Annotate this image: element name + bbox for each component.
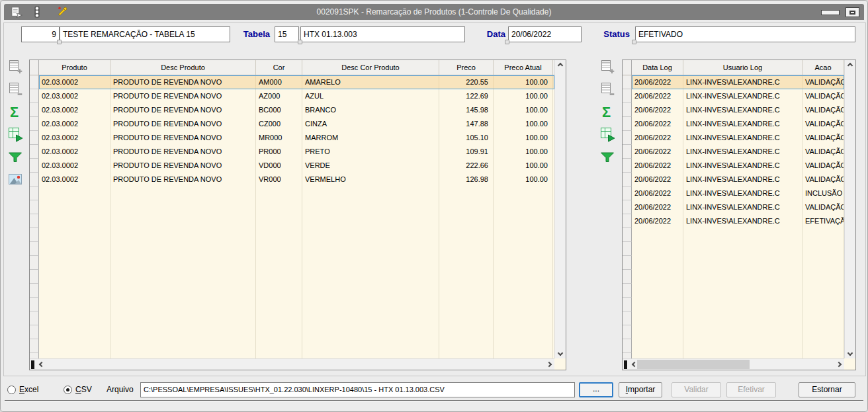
cell (494, 200, 553, 214)
column-header[interactable]: Data Log (632, 60, 683, 75)
scroll-down-button[interactable] (555, 348, 566, 358)
scroll-right-button[interactable] (544, 359, 554, 370)
cell (803, 311, 844, 325)
vertical-scrollbar[interactable] (844, 60, 855, 358)
cell (256, 311, 302, 325)
table-row[interactable]: 20/06/2022LINX-INVES\ALEXANDRE.CVALIDAÇÃ… (623, 200, 844, 214)
cell (803, 353, 844, 358)
cell (803, 228, 844, 242)
minimize-button[interactable] (821, 10, 840, 15)
delete-record-icon[interactable] (7, 81, 24, 98)
table-row[interactable]: 02.03.0002PRODUTO DE REVENDA NOVOVR000VE… (30, 173, 554, 186)
cell: PRODUTO DE REVENDA NOVO (110, 89, 256, 103)
column-header[interactable]: Desc Produto (110, 60, 256, 75)
table-row[interactable]: 20/06/2022LINX-INVES\ALEXANDRE.CVALIDAÇÃ… (623, 131, 844, 145)
sum-icon[interactable]: Σ (7, 103, 24, 120)
cell (803, 242, 844, 256)
excel-radio[interactable]: Excel (7, 385, 38, 394)
column-header[interactable]: Preco Atual (494, 60, 553, 75)
empty-row (30, 270, 554, 284)
cell: 100.00 (494, 117, 553, 131)
image-icon[interactable] (7, 171, 24, 188)
form-icon[interactable] (9, 5, 24, 19)
table-row[interactable]: 20/06/2022LINX-INVES\ALEXANDRE.CVALIDAÇÃ… (623, 103, 844, 117)
tabela-description-field[interactable]: HTX 01.13.003 (300, 26, 465, 42)
cell (256, 228, 302, 242)
table-row[interactable]: 20/06/2022LINX-INVES\ALEXANDRE.CVALIDAÇÃ… (623, 159, 844, 173)
table-row[interactable]: 20/06/2022LINX-INVES\ALEXANDRE.CVALIDAÇÃ… (623, 89, 844, 103)
filter-icon[interactable] (599, 148, 616, 165)
table-row[interactable]: 20/06/2022LINX-INVES\ALEXANDRE.CVALIDAÇÃ… (623, 117, 844, 131)
horizontal-scrollbar[interactable] (30, 358, 554, 370)
table-row[interactable]: 20/06/2022LINX-INVES\ALEXANDRE.CVALIDAÇÃ… (623, 75, 844, 89)
insert-record-icon[interactable] (7, 58, 24, 75)
table-row[interactable]: 20/06/2022LINX-INVES\ALEXANDRE.CVALIDAÇÃ… (623, 173, 844, 186)
cell (683, 339, 803, 353)
traffic-light-icon[interactable] (30, 5, 44, 19)
horizontal-scrollbar[interactable] (623, 358, 844, 370)
data-field[interactable]: 20/06/2022 (508, 26, 582, 42)
csv-radio-circle[interactable] (64, 386, 72, 394)
wrench-icon[interactable] (55, 5, 69, 19)
column-header[interactable]: Preco (439, 60, 494, 75)
scroll-down-button[interactable] (845, 348, 855, 358)
scroll-up-button[interactable] (845, 60, 855, 71)
vertical-scrollbar[interactable] (554, 60, 566, 358)
table-row[interactable]: 02.03.0002PRODUTO DE REVENDA NOVOAM000AM… (30, 75, 554, 89)
column-header[interactable]: Acao (803, 60, 844, 75)
cell (39, 200, 110, 214)
row-indicator (623, 311, 632, 325)
cell (302, 284, 439, 298)
arquivo-path-input[interactable]: C:\PESSOAL\EMPRESA\ISSUES\HTX_01.22.030\… (140, 382, 575, 397)
cell (256, 325, 302, 339)
delete-record-icon[interactable] (599, 81, 616, 98)
restore-button[interactable] (846, 7, 859, 17)
table-row[interactable]: 02.03.0002PRODUTO DE REVENDA NOVOMR000MA… (30, 131, 554, 145)
cell: 147.88 (439, 117, 494, 131)
record-description-field[interactable]: TESTE REMARCAÇÃO - TABELA 15 (60, 26, 230, 42)
record-code-field[interactable]: 9 (21, 26, 60, 42)
cell (110, 284, 256, 298)
export-grid-icon[interactable] (599, 126, 616, 143)
row-indicator (30, 173, 39, 186)
table-row[interactable]: 02.03.0002PRODUTO DE REVENDA NOVOAZ000AZ… (30, 89, 554, 103)
sum-icon[interactable]: Σ (599, 103, 616, 120)
tabela-number-field[interactable]: 15 (275, 26, 299, 42)
insert-record-icon[interactable] (599, 58, 616, 75)
scroll-right-button[interactable] (834, 359, 844, 370)
table-row[interactable]: 02.03.0002PRODUTO DE REVENDA NOVOCZ000CI… (30, 117, 554, 131)
scroll-up-button[interactable] (555, 60, 566, 71)
column-header[interactable]: Desc Cor Produto (302, 60, 439, 75)
table-row[interactable]: 20/06/2022LINX-INVES\ALEXANDRE.CEFETIVAÇ… (623, 214, 844, 228)
cell: AZ000 (256, 89, 302, 103)
table-row[interactable]: 02.03.0002PRODUTO DE REVENDA NOVOBC000BR… (30, 103, 554, 117)
products-grid[interactable]: ProdutoDesc ProdutoCorDesc Cor ProdutoPr… (29, 60, 566, 370)
excel-radio-circle[interactable] (7, 386, 16, 394)
table-row[interactable]: 02.03.0002PRODUTO DE REVENDA NOVOPR000PR… (30, 145, 554, 159)
table-row[interactable]: 02.03.0002PRODUTO DE REVENDA NOVOVD000VE… (30, 159, 554, 173)
column-header[interactable]: Usuario Log (683, 60, 803, 75)
export-grid-icon[interactable] (7, 126, 24, 143)
cell (302, 200, 439, 214)
row-indicator (623, 325, 632, 339)
browse-button[interactable]: ... (579, 382, 613, 397)
column-header[interactable]: Cor (256, 60, 302, 75)
scroll-left-button[interactable] (36, 359, 47, 370)
estornar-button[interactable]: Estornar (799, 382, 855, 397)
cell: 109.91 (439, 145, 494, 159)
cell (302, 214, 439, 228)
csv-radio[interactable]: CSV (64, 385, 92, 394)
log-grid[interactable]: Data LogUsuario LogAcao20/06/2022LINX-IN… (622, 60, 856, 370)
cell: AM000 (256, 75, 302, 89)
status-field[interactable]: EFETIVADO (635, 26, 855, 42)
cell: MARROM (302, 131, 439, 145)
field-grip (632, 40, 636, 44)
scrollbar-thumb[interactable] (637, 360, 750, 369)
column-header[interactable]: Produto (39, 60, 110, 75)
table-row[interactable]: 20/06/2022LINX-INVES\ALEXANDRE.CVALIDAÇÃ… (623, 145, 844, 159)
filter-icon[interactable] (7, 148, 24, 165)
cell (632, 228, 683, 242)
importar-button[interactable]: Importar (619, 382, 662, 397)
titlebar[interactable]: 002091SPK - Remarcação de Produtos (1-Co… (4, 4, 864, 20)
table-row[interactable]: 20/06/2022LINX-INVES\ALEXANDRE.CINCLUSÃO (623, 186, 844, 200)
